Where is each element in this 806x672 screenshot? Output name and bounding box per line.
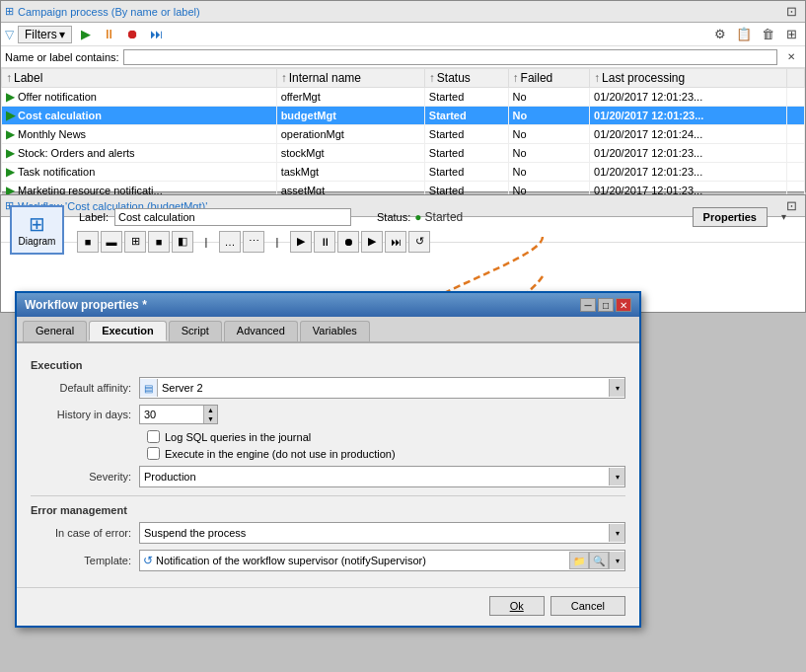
col-internal[interactable]: ↑Internal name [276,69,424,88]
pause-button[interactable]: ⏸ [100,25,119,44]
execution-section-label: Execution [31,359,625,371]
template-row: Template: ↺ Notification of the workflow… [31,550,625,571]
tab-advanced[interactable]: Advanced [224,321,298,341]
execute-engine-checkbox[interactable] [147,447,160,460]
search-label: Name or label contains: [5,51,119,63]
chevron-down-icon: ▾ [59,28,65,41]
settings-button[interactable]: ⚙ [710,25,730,44]
maximize-button[interactable]: ⊡ [781,2,801,22]
db-btn-3[interactable]: ⊞ [124,231,146,253]
db-btn-9[interactable]: ⏸ [314,231,335,253]
spinner-up-button[interactable]: ▲ [203,406,217,414]
template-browse-button[interactable]: 📁 [569,552,589,569]
db-btn-13[interactable]: ↺ [408,231,430,253]
cell-internal: offerMgt [276,88,424,107]
tab-script[interactable]: Script [169,321,222,341]
dialog-content: Execution Default affinity: ▤ Server 2 ▾… [17,343,639,587]
template-value: Notification of the workflow supervisor … [156,555,569,566]
campaign-title: Campaign process (By name or label) [18,6,777,18]
row-icon: ▶ [6,90,15,104]
table-row[interactable]: ▶Task notification taskMgt Started No 01… [2,163,805,182]
tab-execution[interactable]: Execution [89,321,167,341]
in-case-of-error-value: Suspend the process [140,527,609,539]
fullscreen-button[interactable]: ⊞ [781,25,801,44]
template-dropdown-button[interactable]: ▾ [609,552,624,569]
export-button[interactable]: 📋 [734,25,754,44]
col-last-processing[interactable]: ↑Last processing [590,69,787,88]
db-btn-6[interactable]: … [219,231,241,253]
label-text: Label: [79,211,109,223]
col-label[interactable]: ↑Label [2,69,277,88]
clear-search-button[interactable]: ✕ [781,47,801,67]
section-divider [31,495,625,496]
filters-button[interactable]: Filters ▾ [18,26,72,43]
cell-last-processing: 01/20/2017 12:01:23... [590,144,787,163]
step-button[interactable]: ⏭ [147,25,167,44]
execute-engine-row: Execute in the engine (do not use in pro… [147,447,625,460]
cancel-button[interactable]: Cancel [550,596,625,616]
diagram-label: Diagram [19,236,56,247]
cell-internal: stockMgt [276,144,424,163]
dropdown-arrow-button[interactable]: ▾ [773,207,793,227]
tab-general[interactable]: General [23,321,87,341]
affinity-control: ▤ Server 2 ▾ [139,377,625,399]
tab-variables[interactable]: Variables [300,321,370,341]
row-icon: ▶ [6,165,15,179]
severity-dropdown-button[interactable]: ▾ [609,468,624,485]
dialog-tabs: General Execution Script Advanced Variab… [17,317,639,343]
db-btn-11[interactable]: ▶ [361,231,383,253]
spinner-down-button[interactable]: ▼ [203,414,217,423]
diagram-toolbar: ■ ▬ ⊞ ■ ◧ | … ⋯ | ▶ ⏸ ⏺ ▶ ⏭ ↺ [73,229,799,255]
play-button[interactable]: ▶ [76,25,96,44]
cell-failed: No [508,88,590,107]
dialog-titlebar: Workflow properties * ─ □ ✕ [17,293,639,317]
cell-extra [787,88,805,107]
cell-failed: No [508,144,590,163]
db-btn-4[interactable]: ■ [148,231,170,253]
search-input[interactable] [123,49,777,65]
log-sql-checkbox[interactable] [147,430,160,443]
db-btn-sep: | [195,231,217,253]
db-btn-1[interactable]: ■ [77,231,99,253]
cell-last-processing: 01/20/2017 12:01:24... [590,125,787,144]
stop-button[interactable]: ⏺ [123,25,143,44]
template-search-button[interactable]: 🔍 [589,552,609,569]
severity-row: Severity: Production ▾ [31,466,625,487]
db-btn-12[interactable]: ⏭ [385,231,406,253]
spinner-buttons: ▲ ▼ [203,406,217,423]
dialog-restore-button[interactable]: □ [598,298,614,312]
delete-button[interactable]: 🗑 [758,25,777,44]
db-btn-5[interactable]: ◧ [172,231,193,253]
row-icon: ▶ [6,146,15,160]
ok-button[interactable]: Ok [489,596,545,616]
cell-internal: taskMgt [276,163,424,182]
col-status[interactable]: ↑Status [424,69,508,88]
db-btn-8[interactable]: ▶ [290,231,312,253]
db-btn-10[interactable]: ⏺ [337,231,359,253]
cell-extra [787,107,805,125]
in-case-of-error-row: In case of error: Suspend the process ▾ [31,522,625,544]
db-btn-7[interactable]: ⋯ [243,231,264,253]
properties-button[interactable]: Properties [693,207,768,227]
in-case-of-error-dropdown-button[interactable]: ▾ [609,524,624,542]
workflow-label-row: ⊞ Diagram Label: Status: ● Started Prope… [1,217,805,243]
execute-engine-label: Execute in the engine (do not use in pro… [165,448,396,460]
cell-failed: No [508,125,590,144]
history-input[interactable] [140,406,203,423]
affinity-dropdown-button[interactable]: ▾ [609,379,624,397]
table-row[interactable]: ▶Cost calculation budgetMgt Started No 0… [2,107,805,125]
dialog-close-button[interactable]: ✕ [616,298,631,312]
cell-status: Started [424,144,508,163]
status-value: ● Started [414,210,463,224]
table-row[interactable]: ▶Stock: Orders and alerts stockMgt Start… [2,144,805,163]
search-row: Name or label contains: ✕ [1,46,805,68]
col-failed[interactable]: ↑Failed [508,69,590,88]
db-btn-2[interactable]: ▬ [101,231,122,253]
history-spinner: ▲ ▼ [139,405,218,424]
campaign-toolbar: ▽ Filters ▾ ▶ ⏸ ⏺ ⏭ ⚙ 📋 🗑 ⊞ [1,23,805,46]
label-input[interactable] [114,208,351,226]
dialog-minimize-button[interactable]: ─ [580,298,596,312]
cell-internal: operationMgt [276,125,424,144]
table-row[interactable]: ▶Offer notification offerMgt Started No … [2,88,805,107]
table-row[interactable]: ▶Monthly News operationMgt Started No 01… [2,125,805,144]
